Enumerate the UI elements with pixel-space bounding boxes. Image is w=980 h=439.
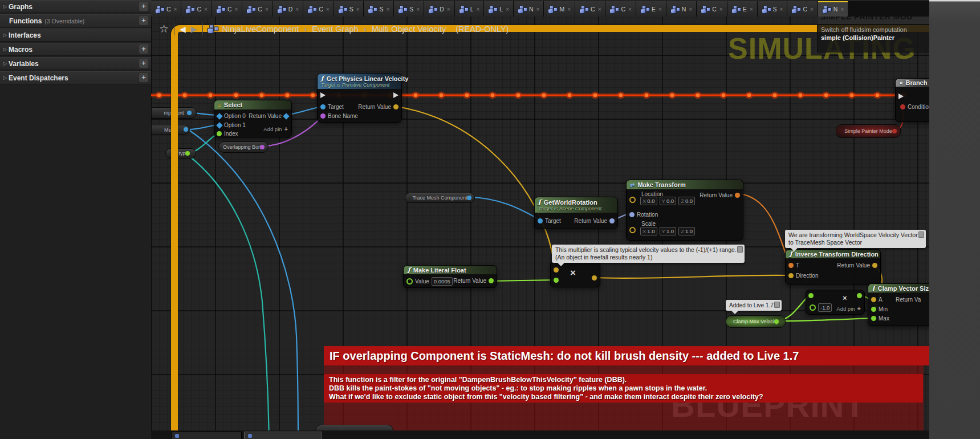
sidebar-section-row[interactable]: Functions (3 Overridable) + (0, 14, 151, 27)
close-icon[interactable]: × (447, 6, 450, 13)
add-pin-icon[interactable]: + (857, 305, 861, 312)
close-icon[interactable]: × (628, 6, 632, 13)
close-icon[interactable]: × (234, 6, 238, 13)
add-button[interactable]: + (139, 44, 148, 54)
pin-out[interactable] (260, 145, 265, 149)
pin-target[interactable] (320, 104, 326, 109)
close-icon[interactable]: × (174, 6, 177, 13)
pin-in[interactable] (808, 293, 814, 298)
sidebar-section-row[interactable]: ▷ Graphs + (0, 0, 151, 13)
add-button[interactable]: + (139, 2, 148, 11)
node-inverse-transform-direction[interactable]: ƒInverse Transform Direction T Direction… (785, 249, 881, 284)
asset-tab[interactable]: C × (303, 1, 334, 17)
asset-tab[interactable]: N × (666, 1, 697, 17)
asset-tab[interactable]: S × (758, 1, 788, 17)
breadcrumb-item-graph[interactable]: Multi Object Velocity (372, 25, 446, 34)
pin-return-value[interactable] (283, 113, 289, 119)
close-icon[interactable]: × (598, 6, 601, 13)
pin-a[interactable] (871, 297, 876, 302)
pin-index[interactable] (217, 131, 222, 136)
pin-exec-in[interactable] (320, 92, 326, 98)
add-button[interactable]: + (139, 73, 148, 82)
comment-bubble-transform[interactable]: We are transforming WorldSpace Velocity … (785, 230, 926, 248)
expander-arrow-icon[interactable]: ▷ (3, 32, 9, 38)
variable-node-overlapping-bone[interactable]: Overlapping Bone (218, 141, 269, 153)
pin-exec-out[interactable] (393, 92, 398, 98)
close-icon[interactable]: × (567, 6, 571, 13)
pin-bubble-icon[interactable] (918, 231, 924, 238)
location-y-field[interactable]: Y0.0 (660, 197, 677, 205)
close-icon[interactable]: × (295, 6, 299, 13)
value-field[interactable]: -1.0 (818, 303, 832, 312)
pin-t[interactable] (788, 263, 794, 268)
pin-option0[interactable] (216, 113, 222, 119)
asset-tab[interactable]: C × (575, 1, 605, 17)
pin-rotation[interactable] (629, 212, 635, 217)
add-pin-label[interactable]: Add pin (836, 306, 855, 312)
asset-tab[interactable]: L × (484, 1, 514, 17)
breadcrumb-item-event-graph[interactable]: Event Graph (312, 25, 358, 34)
pin-in-float[interactable] (554, 278, 559, 283)
node-multiply-negate[interactable]: -1.0 × +Add pin (806, 290, 865, 315)
pin-exec-in[interactable] (898, 94, 904, 99)
bottom-tab-1[interactable] (171, 432, 242, 439)
expander-arrow-icon[interactable]: ▷ (3, 47, 9, 52)
pin-max[interactable] (871, 316, 876, 321)
asset-tab[interactable]: C × (605, 1, 636, 17)
scale-y-field[interactable]: Y1.0 (660, 227, 677, 235)
node-branch[interactable]: «Branch Condition (895, 78, 929, 122)
asset-tab[interactable]: N × (818, 1, 848, 17)
pin-option1[interactable] (216, 122, 222, 128)
comment-bubble-added-live[interactable]: Added to Live 1.7 (726, 300, 782, 311)
asset-tab[interactable]: S × (334, 1, 364, 17)
pin-condition[interactable] (900, 104, 905, 109)
close-icon[interactable]: × (719, 6, 723, 13)
pin-return-value[interactable] (872, 263, 877, 268)
add-pin-label[interactable]: Add pin (263, 126, 282, 132)
asset-tab[interactable]: C × (151, 1, 181, 17)
add-pin-icon[interactable]: + (284, 125, 288, 132)
asset-tab[interactable]: C × (242, 1, 273, 17)
pin-return-value[interactable] (609, 218, 615, 223)
asset-tab[interactable]: E × (636, 1, 666, 17)
pin-out[interactable] (467, 196, 471, 200)
pin-return-value[interactable] (489, 278, 494, 283)
pin-out[interactable] (592, 275, 597, 281)
add-button[interactable]: + (139, 16, 148, 25)
node-clamp-vector-size[interactable]: ƒClamp Vector Size A Min Max Return Va (868, 283, 929, 326)
location-x-field[interactable]: X0.0 (640, 197, 657, 205)
pin-bubble-icon[interactable] (737, 246, 743, 253)
pin-out[interactable] (857, 293, 862, 298)
asset-tab[interactable]: L × (455, 1, 485, 17)
forward-arrow-icon[interactable]: ▶ (191, 25, 197, 34)
add-button[interactable]: + (139, 59, 148, 68)
close-icon[interactable]: × (326, 6, 330, 13)
scale-z-field[interactable]: Z1.0 (678, 227, 695, 235)
variable-node-data-type[interactable]: ta type (165, 148, 196, 158)
close-icon[interactable]: × (658, 6, 662, 13)
pin-target[interactable] (538, 218, 543, 223)
pin-direction[interactable] (788, 273, 794, 278)
pin-bubble-icon[interactable] (774, 302, 780, 308)
node-select[interactable]: ≡Select Option 0 Option 1 Index Return V… (214, 100, 292, 137)
sidebar-section-row[interactable]: ▷ Interfaces (0, 29, 151, 42)
back-arrow-icon[interactable]: ◀ (180, 25, 186, 34)
asset-tab[interactable]: C × (181, 1, 212, 17)
asset-tab[interactable]: M × (544, 1, 575, 17)
asset-tab[interactable]: E × (727, 1, 758, 17)
pin-out[interactable] (774, 319, 779, 324)
sidebar-section-row[interactable]: ▷ Macros + (0, 43, 151, 56)
variable-node-component[interactable]: mponent (151, 107, 197, 119)
sidebar-section-row[interactable]: ▷ Event Dispatchers + (0, 71, 151, 84)
event-graph-canvas[interactable]: SIMULATING IF overlapping Component is S… (151, 17, 929, 439)
comment-bubble-multiplier[interactable]: This multiplier is scaling typical veloc… (552, 245, 745, 263)
pin-out[interactable] (184, 127, 188, 132)
node-get-world-rotation[interactable]: ƒGetWorldRotation Target is Scene Compon… (534, 197, 618, 229)
asset-tab[interactable]: D × (424, 1, 454, 17)
asset-tab[interactable]: S × (364, 1, 394, 17)
close-icon[interactable]: × (780, 6, 783, 13)
pin-min[interactable] (871, 307, 876, 312)
pin-out[interactable] (892, 129, 897, 133)
asset-tab[interactable]: C × (787, 1, 818, 17)
close-icon[interactable]: × (840, 6, 844, 13)
